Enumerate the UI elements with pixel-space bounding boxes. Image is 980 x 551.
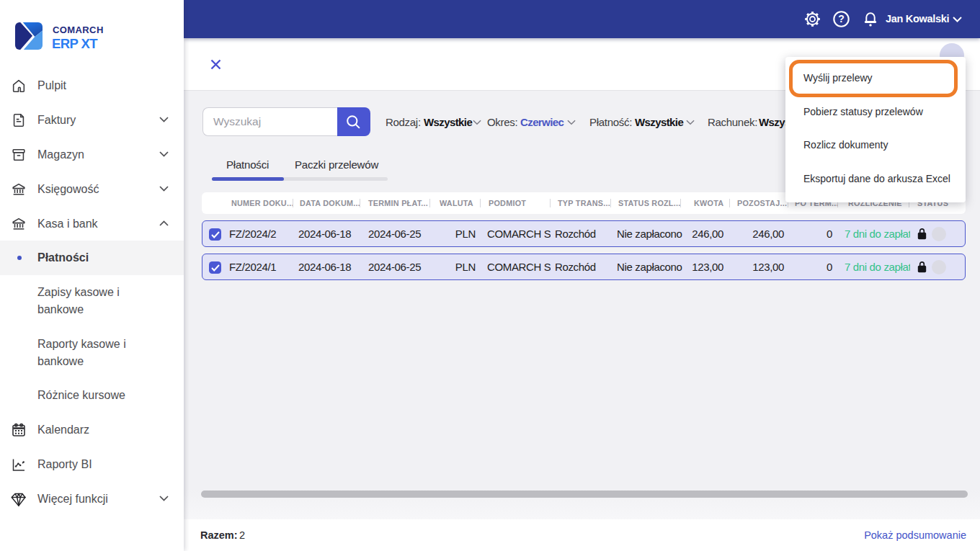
svg-text:?: ? xyxy=(838,13,845,24)
